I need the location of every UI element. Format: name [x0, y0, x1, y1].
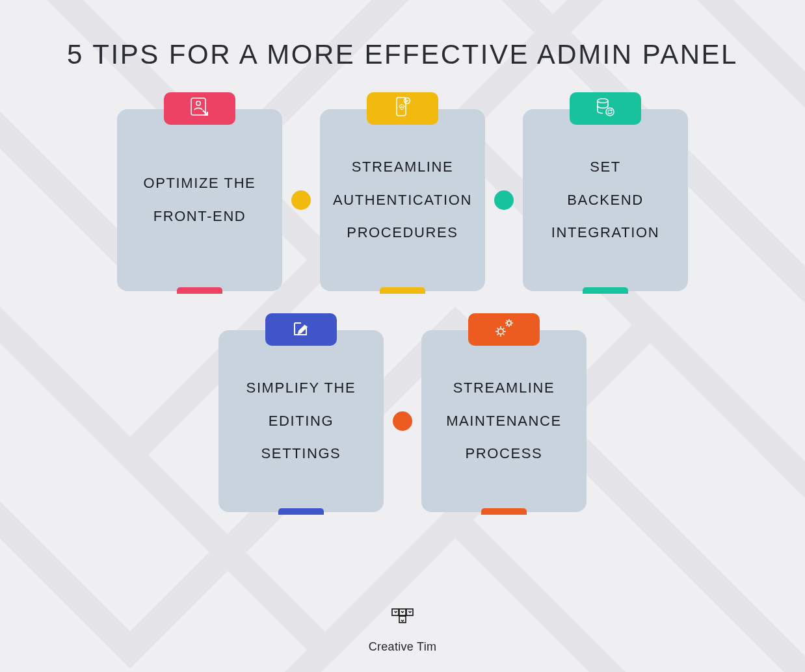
- cards-row-1: OPTIMIZE THE FRONT-END STRE: [117, 109, 688, 291]
- footer-label: Creative Tim: [369, 640, 437, 654]
- card-icon-tab: [164, 92, 235, 125]
- svg-rect-0: [191, 98, 205, 115]
- svg-point-6: [498, 329, 503, 334]
- card-bottom-tab: [583, 287, 628, 294]
- card-bottom-tab: [481, 508, 527, 515]
- tip-card-label: STREAMLINE MAINTENANCE PROCESS: [434, 372, 574, 471]
- cards-row-2: SIMPLIFY THE EDITING SETTINGS: [218, 330, 587, 512]
- card-bottom-tab: [278, 508, 324, 515]
- footer-branding: Creative Tim: [0, 606, 805, 654]
- card-bottom-tab: [380, 287, 425, 294]
- tip-card-streamline-maintenance: STREAMLINE MAINTENANCE PROCESS: [421, 330, 587, 512]
- creative-tim-logo-icon: [388, 606, 417, 635]
- svg-point-5: [606, 108, 614, 116]
- svg-point-1: [196, 101, 200, 105]
- card-icon-tab: [367, 92, 438, 125]
- tip-card-label: SIMPLIFY THE EDITING SETTINGS: [235, 372, 368, 471]
- connector-dot: [393, 411, 412, 431]
- card-bottom-tab: [177, 287, 222, 294]
- tip-card-streamline-authentication: STREAMLINE AUTHENTICATION PROCEDURES: [320, 109, 485, 291]
- connector-dot: [291, 190, 311, 210]
- page-title: 5 TIPS FOR A MORE EFFECTIVE ADMIN PANEL: [0, 39, 805, 70]
- database-sync-icon: [594, 96, 617, 122]
- svg-point-4: [598, 99, 608, 103]
- tip-card-backend-integration: SET BACKEND INTEGRATION: [523, 109, 688, 291]
- tip-card-label: STREAMLINE AUTHENTICATION PROCEDURES: [321, 151, 484, 250]
- tip-card-label: OPTIMIZE THE FRONT-END: [132, 167, 268, 233]
- connector-dot: [494, 190, 514, 210]
- edit-square-icon: [289, 317, 313, 342]
- card-icon-tab: [468, 313, 540, 346]
- tip-card-simplify-editing: SIMPLIFY THE EDITING SETTINGS: [218, 330, 384, 512]
- card-icon-tab: [265, 313, 337, 346]
- gears-icon: [492, 316, 516, 343]
- tip-card-label: SET BACKEND INTEGRATION: [540, 151, 671, 250]
- tip-card-optimize-front-end: OPTIMIZE THE FRONT-END: [117, 109, 282, 291]
- user-click-icon: [188, 96, 211, 122]
- fingerprint-phone-icon: [391, 96, 414, 122]
- card-icon-tab: [570, 92, 641, 125]
- svg-point-7: [507, 321, 511, 325]
